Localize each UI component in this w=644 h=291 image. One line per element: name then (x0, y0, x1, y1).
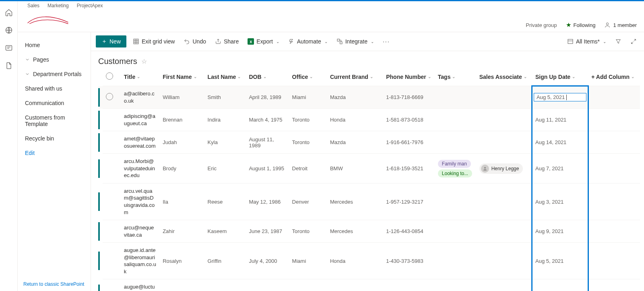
cell-brand[interactable]: Mazda (327, 131, 383, 154)
cell-empty[interactable] (588, 154, 640, 184)
cell-title[interactable]: augue@luctuslobortisClass.co.uk (121, 279, 159, 291)
tag-pill[interactable]: Family man (438, 160, 471, 168)
cell-last-name[interactable]: Smith (204, 86, 246, 109)
home-icon[interactable] (5, 8, 13, 17)
cell-tags[interactable] (435, 243, 476, 279)
cell-office[interactable]: Detroit (289, 154, 327, 184)
col-header-current-brand[interactable]: Current Brand⌄ (330, 74, 373, 80)
cell-office[interactable]: Toronto (289, 220, 327, 243)
cell-dob[interactable]: April 28, 1989 (246, 86, 289, 109)
cell-brand[interactable]: Honda (327, 109, 383, 131)
files-icon[interactable] (5, 62, 13, 70)
col-header-tags[interactable]: Tags⌄ (438, 74, 456, 80)
cell-brand[interactable]: Honda (327, 243, 383, 279)
cell-first-name[interactable]: Brody (159, 154, 204, 184)
cell-dob[interactable]: August 11, 1989 (246, 131, 289, 154)
cell-sales-associate[interactable] (476, 109, 532, 131)
nav-department-portals[interactable]: Department Portals (18, 67, 91, 81)
cell-tags[interactable] (435, 131, 476, 154)
col-header-sign-up-date[interactable]: Sign Up Date⌄ (535, 74, 575, 80)
expand-button[interactable] (628, 37, 639, 46)
cell-dob[interactable]: June 23, 1987 (246, 220, 289, 243)
cell-dob[interactable]: March 4, 1975 (246, 109, 289, 131)
cell-sales-associate[interactable] (476, 279, 532, 291)
view-selector[interactable]: All Items*⌄ (565, 37, 609, 46)
cell-empty[interactable] (588, 109, 640, 131)
add-column-button[interactable]: + Add Column⌄ (591, 74, 634, 80)
cell-empty[interactable] (588, 86, 640, 109)
row-select-toggle[interactable] (106, 93, 113, 100)
cell-first-name[interactable]: Rosalyn (159, 243, 204, 279)
cell-sign-up-date[interactable]: Aug 3, 2021 (532, 183, 588, 220)
select-all-toggle[interactable] (106, 72, 113, 80)
person-pill[interactable]: Henry Legge (479, 163, 523, 174)
new-button[interactable]: ＋New (96, 35, 126, 47)
col-header-phone[interactable]: Phone Number⌄ (386, 74, 431, 80)
undo-button[interactable]: Undo (181, 37, 208, 46)
cell-brand[interactable]: Mercedes (327, 183, 383, 220)
cell-sign-up-date[interactable]: Aug 14, 2021 (532, 279, 588, 291)
cell-empty[interactable] (588, 243, 640, 279)
cell-last-name[interactable]: Blossom (204, 279, 246, 291)
cell-sales-associate[interactable] (476, 243, 532, 279)
exit-grid-view-button[interactable]: Exit grid view (130, 37, 177, 46)
more-button[interactable]: ··· (380, 37, 392, 46)
cell-title[interactable]: arcu.vel.quam@sagittisDuisgravida.com (121, 183, 159, 220)
cell-sales-associate[interactable] (476, 220, 532, 243)
cell-office[interactable]: Denver (289, 183, 327, 220)
cell-title[interactable]: amet@vitaeposuereat.com (121, 131, 159, 154)
cell-office[interactable]: Toronto (289, 131, 327, 154)
date-edit-input[interactable]: Aug 5, 2021 (534, 93, 586, 101)
cell-brand[interactable]: Mazda (327, 86, 383, 109)
col-header-dob[interactable]: DOB⌄ (249, 74, 266, 80)
cell-office[interactable]: Miami (289, 243, 327, 279)
cell-tags[interactable]: Family manLooking to... (435, 154, 476, 184)
cell-empty[interactable] (588, 183, 640, 220)
integrate-button[interactable]: Integrate⌄ (334, 37, 376, 46)
cell-tags[interactable] (435, 220, 476, 243)
cell-sales-associate[interactable] (476, 131, 532, 154)
cell-empty[interactable] (588, 131, 640, 154)
hub-link-marketing[interactable]: Marketing (47, 3, 69, 8)
cell-sales-associate[interactable] (476, 183, 532, 220)
cell-tags[interactable] (435, 109, 476, 131)
cell-phone[interactable]: 1-581-873-0518 (383, 109, 435, 131)
cell-first-name[interactable]: Ila (159, 183, 204, 220)
cell-sales-associate[interactable] (476, 86, 532, 109)
nav-customers-from-template[interactable]: Customers from Template (18, 110, 91, 131)
col-header-sales-associate[interactable]: Sales Associate⌄ (479, 74, 527, 80)
table-row[interactable]: adipiscing@augueut.caBrennanIndiraMarch … (98, 109, 640, 131)
cell-phone[interactable]: 1-813-718-6669 (383, 86, 435, 109)
cell-first-name[interactable]: Judah (159, 131, 204, 154)
cell-last-name[interactable]: Kyla (204, 131, 246, 154)
cell-last-name[interactable]: Eric (204, 154, 246, 184)
table-row[interactable]: arcu.Morbi@vulputateduinec.eduBrodyEricA… (98, 154, 640, 184)
cell-empty[interactable] (588, 279, 640, 291)
cell-sign-up-date[interactable]: Aug 7, 2021 (532, 154, 588, 184)
cell-first-name[interactable]: William (159, 86, 204, 109)
cell-sign-up-date[interactable]: Aug 5, 2021 (532, 86, 588, 109)
nav-recycle-bin[interactable]: Recycle bin (18, 131, 91, 146)
cell-last-name[interactable]: Kaseem (204, 220, 246, 243)
cell-dob[interactable]: August 1, 1995 (246, 154, 289, 184)
cell-sales-associate[interactable]: Henry Legge (476, 154, 532, 184)
hub-link-projectapex[interactable]: ProjectApex (77, 3, 103, 8)
cell-title[interactable]: arcu.Morbi@vulputateduinec.edu (121, 154, 159, 184)
cell-empty[interactable] (588, 220, 640, 243)
cell-sign-up-date[interactable]: Aug 11, 2021 (532, 109, 588, 131)
col-header-title[interactable]: Title⌄ (124, 74, 140, 80)
filter-button[interactable] (613, 37, 624, 46)
cell-dob[interactable]: June 19, 1983 (246, 279, 289, 291)
favorite-icon[interactable]: ☆ (141, 58, 147, 65)
table-row[interactable]: augue@luctuslobortisClass.co.ukCoraBloss… (98, 279, 640, 291)
nav-communication[interactable]: Communication (18, 96, 91, 110)
follow-toggle[interactable]: ★Following (566, 21, 596, 29)
cell-phone[interactable]: 1-618-159-3521 (383, 154, 435, 184)
nav-shared-with-us[interactable]: Shared with us (18, 81, 91, 96)
cell-phone[interactable]: 1-916-661-7976 (383, 131, 435, 154)
cell-first-name[interactable]: Zahir (159, 220, 204, 243)
cell-sign-up-date[interactable]: Aug 5, 2021 (532, 243, 588, 279)
cell-title[interactable]: adipiscing@augueut.ca (121, 109, 159, 131)
tag-pill[interactable]: Looking to... (438, 169, 472, 177)
news-icon[interactable] (5, 44, 13, 52)
